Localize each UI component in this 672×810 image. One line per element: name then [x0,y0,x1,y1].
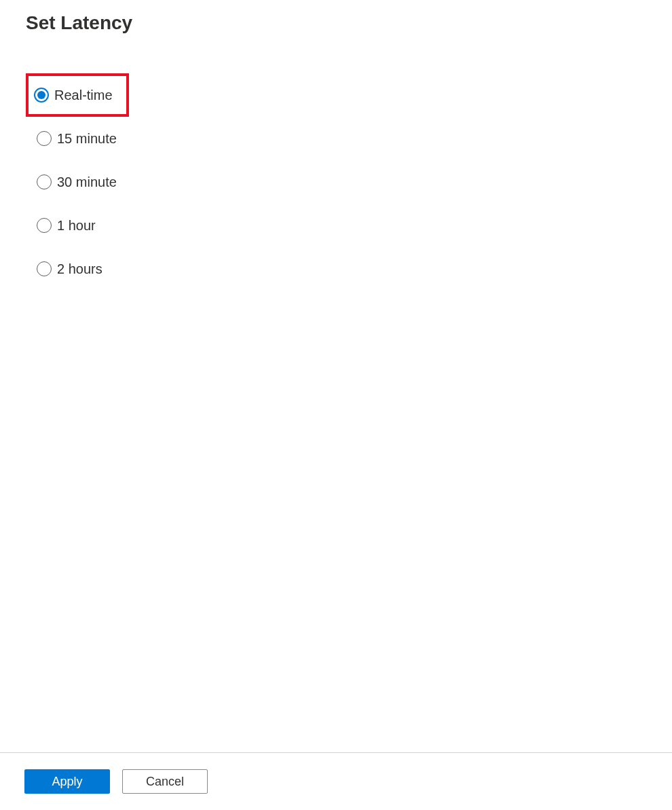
radio-icon [37,218,52,233]
radio-option-1-hour[interactable]: 1 hour [29,204,104,247]
radio-option-real-time[interactable]: Real-time [26,73,129,117]
radio-icon [37,131,52,146]
radio-label: 30 minute [57,174,117,190]
radio-icon [37,174,52,189]
radio-label: 2 hours [57,261,102,277]
footer-actions: Apply Cancel [0,752,672,810]
latency-options-group: Real-time 15 minute 30 minute 1 hour 2 h… [0,34,672,291]
radio-option-2-hours[interactable]: 2 hours [29,247,111,291]
page-title: Set Latency [0,0,672,34]
radio-label: 15 minute [57,131,117,147]
apply-button[interactable]: Apply [24,769,110,794]
radio-label: 1 hour [57,218,96,234]
radio-icon [37,261,52,276]
radio-icon [34,88,49,103]
cancel-button[interactable]: Cancel [122,769,208,794]
radio-option-30-minute[interactable]: 30 minute [29,160,125,204]
radio-label: Real-time [54,88,113,103]
radio-option-15-minute[interactable]: 15 minute [29,117,125,160]
radio-inner-dot [37,91,45,99]
